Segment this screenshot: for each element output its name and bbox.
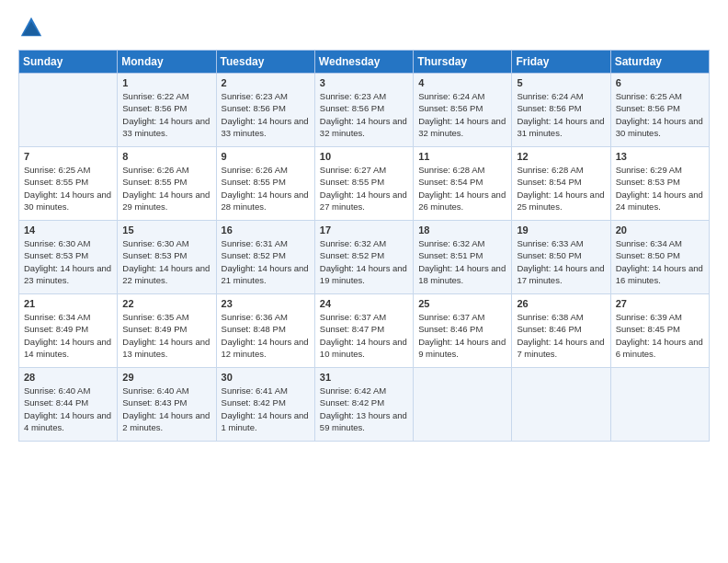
calendar-cell: 30Sunrise: 6:41 AMSunset: 8:42 PMDayligh…: [216, 368, 314, 442]
day-number: 5: [517, 77, 605, 88]
calendar-cell: 12Sunrise: 6:28 AMSunset: 8:54 PMDayligh…: [512, 147, 610, 221]
calendar-cell: 29Sunrise: 6:40 AMSunset: 8:43 PMDayligh…: [118, 368, 216, 442]
calendar-cell: 1Sunrise: 6:22 AMSunset: 8:56 PMDaylight…: [118, 74, 216, 147]
day-number: 4: [418, 77, 506, 88]
cell-sun-info: Sunrise: 6:28 AMSunset: 8:54 PMDaylight:…: [418, 164, 506, 213]
cell-sun-info: Sunrise: 6:26 AMSunset: 8:55 PMDaylight:…: [222, 164, 310, 213]
day-number: 19: [517, 224, 605, 236]
calendar-week-3: 14Sunrise: 6:30 AMSunset: 8:53 PMDayligh…: [19, 221, 710, 294]
cell-sun-info: Sunrise: 6:31 AMSunset: 8:52 PMDaylight:…: [222, 237, 310, 286]
day-number: 18: [418, 224, 506, 236]
calendar-cell: 8Sunrise: 6:26 AMSunset: 8:55 PMDaylight…: [118, 147, 216, 221]
calendar-cell: 13Sunrise: 6:29 AMSunset: 8:53 PMDayligh…: [610, 147, 709, 221]
calendar-week-5: 28Sunrise: 6:40 AMSunset: 8:44 PMDayligh…: [19, 368, 710, 442]
cell-sun-info: Sunrise: 6:22 AMSunset: 8:56 PMDaylight:…: [122, 90, 210, 139]
calendar-cell: 31Sunrise: 6:42 AMSunset: 8:42 PMDayligh…: [314, 368, 413, 442]
cell-sun-info: Sunrise: 6:38 AMSunset: 8:46 PMDaylight:…: [517, 311, 605, 360]
day-number: 10: [320, 151, 408, 162]
day-number: 26: [517, 298, 605, 309]
logo: [18, 15, 48, 40]
day-number: 11: [418, 151, 506, 162]
day-number: 16: [222, 224, 310, 236]
day-number: 7: [24, 151, 112, 162]
day-number: 24: [320, 298, 408, 309]
calendar-week-2: 7Sunrise: 6:25 AMSunset: 8:55 PMDaylight…: [19, 147, 710, 221]
day-number: 2: [222, 77, 310, 88]
calendar-cell: 20Sunrise: 6:34 AMSunset: 8:50 PMDayligh…: [610, 221, 709, 294]
cell-sun-info: Sunrise: 6:34 AMSunset: 8:50 PMDaylight:…: [616, 237, 704, 286]
calendar-cell: 11Sunrise: 6:28 AMSunset: 8:54 PMDayligh…: [414, 147, 512, 221]
cell-sun-info: Sunrise: 6:25 AMSunset: 8:56 PMDaylight:…: [616, 90, 704, 139]
cell-sun-info: Sunrise: 6:39 AMSunset: 8:45 PMDaylight:…: [616, 311, 704, 360]
cell-sun-info: Sunrise: 6:30 AMSunset: 8:53 PMDaylight:…: [122, 237, 210, 286]
cell-sun-info: Sunrise: 6:40 AMSunset: 8:43 PMDaylight:…: [122, 385, 210, 433]
calendar-cell: 25Sunrise: 6:37 AMSunset: 8:46 PMDayligh…: [414, 294, 512, 368]
calendar-week-4: 21Sunrise: 6:34 AMSunset: 8:49 PMDayligh…: [19, 294, 710, 368]
calendar-cell: 21Sunrise: 6:34 AMSunset: 8:49 PMDayligh…: [19, 294, 118, 368]
calendar-cell: 18Sunrise: 6:32 AMSunset: 8:51 PMDayligh…: [414, 221, 512, 294]
calendar-cell: 10Sunrise: 6:27 AMSunset: 8:55 PMDayligh…: [314, 147, 413, 221]
header: [18, 15, 710, 40]
day-number: 21: [24, 298, 112, 309]
cell-sun-info: Sunrise: 6:33 AMSunset: 8:50 PMDaylight:…: [517, 237, 605, 286]
calendar-cell: 3Sunrise: 6:23 AMSunset: 8:56 PMDaylight…: [314, 74, 413, 147]
cell-sun-info: Sunrise: 6:37 AMSunset: 8:46 PMDaylight:…: [418, 311, 506, 360]
calendar-cell: 17Sunrise: 6:32 AMSunset: 8:52 PMDayligh…: [314, 221, 413, 294]
day-number: 8: [122, 151, 210, 162]
calendar-cell: 9Sunrise: 6:26 AMSunset: 8:55 PMDaylight…: [216, 147, 314, 221]
cell-sun-info: Sunrise: 6:30 AMSunset: 8:53 PMDaylight:…: [24, 237, 112, 286]
calendar-cell: 6Sunrise: 6:25 AMSunset: 8:56 PMDaylight…: [610, 74, 709, 147]
calendar-cell: 15Sunrise: 6:30 AMSunset: 8:53 PMDayligh…: [118, 221, 216, 294]
cell-sun-info: Sunrise: 6:35 AMSunset: 8:49 PMDaylight:…: [122, 311, 210, 360]
day-number: 13: [616, 151, 704, 162]
weekday-header-saturday: Saturday: [610, 51, 709, 74]
weekday-header-friday: Friday: [512, 51, 610, 74]
cell-sun-info: Sunrise: 6:37 AMSunset: 8:47 PMDaylight:…: [320, 311, 408, 360]
calendar-cell: 2Sunrise: 6:23 AMSunset: 8:56 PMDaylight…: [216, 74, 314, 147]
cell-sun-info: Sunrise: 6:34 AMSunset: 8:49 PMDaylight:…: [24, 311, 112, 360]
cell-sun-info: Sunrise: 6:32 AMSunset: 8:51 PMDaylight:…: [418, 237, 506, 286]
logo-icon: [18, 15, 44, 40]
calendar-cell: 16Sunrise: 6:31 AMSunset: 8:52 PMDayligh…: [216, 221, 314, 294]
cell-sun-info: Sunrise: 6:24 AMSunset: 8:56 PMDaylight:…: [517, 90, 605, 139]
cell-sun-info: Sunrise: 6:23 AMSunset: 8:56 PMDaylight:…: [222, 90, 310, 139]
weekday-header-tuesday: Tuesday: [216, 51, 314, 74]
day-number: 23: [222, 298, 310, 309]
cell-sun-info: Sunrise: 6:41 AMSunset: 8:42 PMDaylight:…: [222, 385, 310, 433]
weekday-header-sunday: Sunday: [19, 51, 118, 74]
calendar-cell: [610, 368, 709, 442]
calendar-cell: 28Sunrise: 6:40 AMSunset: 8:44 PMDayligh…: [19, 368, 118, 442]
cell-sun-info: Sunrise: 6:29 AMSunset: 8:53 PMDaylight:…: [616, 164, 704, 213]
cell-sun-info: Sunrise: 6:40 AMSunset: 8:44 PMDaylight:…: [24, 385, 112, 433]
cell-sun-info: Sunrise: 6:25 AMSunset: 8:55 PMDaylight:…: [24, 164, 112, 213]
calendar-cell: 24Sunrise: 6:37 AMSunset: 8:47 PMDayligh…: [314, 294, 413, 368]
day-number: 30: [222, 372, 310, 383]
day-number: 6: [616, 77, 704, 88]
page: SundayMondayTuesdayWednesdayThursdayFrid…: [0, 0, 728, 451]
calendar-cell: 14Sunrise: 6:30 AMSunset: 8:53 PMDayligh…: [19, 221, 118, 294]
weekday-header-monday: Monday: [118, 51, 216, 74]
calendar-cell: 7Sunrise: 6:25 AMSunset: 8:55 PMDaylight…: [19, 147, 118, 221]
calendar-cell: [19, 74, 118, 147]
weekday-header-row: SundayMondayTuesdayWednesdayThursdayFrid…: [19, 51, 710, 74]
calendar-cell: 19Sunrise: 6:33 AMSunset: 8:50 PMDayligh…: [512, 221, 610, 294]
calendar-cell: [512, 368, 610, 442]
cell-sun-info: Sunrise: 6:27 AMSunset: 8:55 PMDaylight:…: [320, 164, 408, 213]
calendar-table: SundayMondayTuesdayWednesdayThursdayFrid…: [18, 50, 710, 442]
day-number: 22: [122, 298, 210, 309]
calendar-cell: 4Sunrise: 6:24 AMSunset: 8:56 PMDaylight…: [414, 74, 512, 147]
day-number: 12: [517, 151, 605, 162]
calendar-cell: 27Sunrise: 6:39 AMSunset: 8:45 PMDayligh…: [610, 294, 709, 368]
day-number: 9: [222, 151, 310, 162]
weekday-header-thursday: Thursday: [414, 51, 512, 74]
cell-sun-info: Sunrise: 6:23 AMSunset: 8:56 PMDaylight:…: [320, 90, 408, 139]
calendar-cell: [414, 368, 512, 442]
day-number: 3: [320, 77, 408, 88]
day-number: 20: [616, 224, 704, 236]
weekday-header-wednesday: Wednesday: [314, 51, 413, 74]
day-number: 14: [24, 224, 112, 236]
day-number: 27: [616, 298, 704, 309]
calendar-cell: 23Sunrise: 6:36 AMSunset: 8:48 PMDayligh…: [216, 294, 314, 368]
cell-sun-info: Sunrise: 6:28 AMSunset: 8:54 PMDaylight:…: [517, 164, 605, 213]
day-number: 31: [320, 372, 408, 383]
